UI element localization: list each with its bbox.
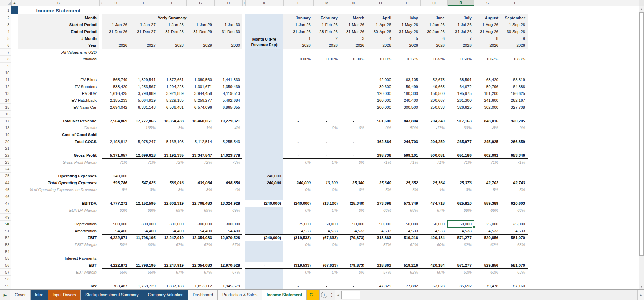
cell-G57[interactable]: 67% bbox=[186, 269, 214, 276]
cell-I15[interactable] bbox=[242, 104, 245, 111]
cell-H55[interactable]: - bbox=[214, 255, 242, 262]
cell-G3[interactable]: 1-Jan-29 bbox=[186, 21, 214, 28]
cell-P5[interactable]: 5 bbox=[394, 35, 420, 42]
cell-L18[interactable] bbox=[283, 124, 313, 131]
cell-O3[interactable]: 1-Apr-26 bbox=[367, 21, 394, 28]
cell-O47[interactable]: 373,396 bbox=[367, 200, 394, 207]
row-header-10[interactable]: 10 bbox=[0, 69, 11, 76]
cell-D56[interactable]: 4,222,871 bbox=[102, 262, 130, 269]
row-header-5[interactable]: 5 bbox=[0, 35, 11, 42]
cell-S11[interactable]: 63,420 bbox=[474, 76, 501, 83]
cell-M9[interactable] bbox=[313, 63, 340, 69]
cell-E59[interactable]: 1,769,729 bbox=[130, 282, 158, 289]
cell-M58[interactable] bbox=[313, 276, 340, 282]
cell-P18[interactable]: 50% bbox=[394, 124, 420, 131]
cell-H24[interactable] bbox=[214, 166, 242, 173]
cell-F23[interactable]: 72% bbox=[158, 159, 186, 166]
cell-A16[interactable] bbox=[11, 111, 18, 118]
cell-S8[interactable]: 0.67% bbox=[474, 56, 501, 63]
row-header-13[interactable]: 13 bbox=[0, 90, 11, 97]
cell-P25[interactable] bbox=[394, 173, 420, 179]
cell-S10[interactable] bbox=[474, 69, 501, 76]
col-header-D[interactable]: D bbox=[102, 0, 130, 6]
cell-H15[interactable]: 6,865,855 bbox=[214, 104, 242, 111]
cell-S12[interactable]: 59,796 bbox=[474, 83, 501, 90]
cell-E14[interactable]: 5,064,919 bbox=[130, 97, 158, 104]
cell-G12[interactable]: 1,301,671 bbox=[186, 83, 214, 90]
col-header-B[interactable]: B bbox=[18, 0, 100, 6]
cell-M5[interactable]: 2 bbox=[313, 35, 340, 42]
cell-F13[interactable]: 3,921,889 bbox=[158, 90, 186, 97]
cell-R9[interactable] bbox=[447, 63, 474, 69]
cell-F11[interactable]: 1,372,661 bbox=[158, 76, 186, 83]
cell-B7[interactable]: All Values is in USD bbox=[18, 49, 99, 56]
cell-S48[interactable]: 66% bbox=[474, 207, 501, 214]
cell-O14[interactable]: 160,000 bbox=[367, 97, 394, 104]
cell-S23[interactable]: 71% bbox=[474, 159, 501, 166]
cell-M24[interactable] bbox=[313, 166, 340, 173]
cell-F14[interactable]: 5,229,185 bbox=[158, 97, 186, 104]
cell-P12[interactable]: 59,499 bbox=[394, 83, 420, 90]
cell-P55[interactable]: - bbox=[394, 255, 420, 262]
cell-P3[interactable]: 1-May-26 bbox=[394, 21, 420, 28]
col-header-L[interactable]: L bbox=[284, 0, 314, 6]
cell-Q16[interactable] bbox=[420, 111, 447, 118]
cell-H47[interactable]: 13,324,928 bbox=[214, 200, 242, 207]
cell-K11[interactable] bbox=[245, 76, 283, 83]
cell-H6[interactable]: 2030 bbox=[214, 42, 242, 49]
cell-M15[interactable]: - bbox=[313, 104, 340, 111]
cell-L8[interactable]: 0.00% bbox=[283, 56, 313, 63]
cell-T15[interactable]: 327,708 bbox=[501, 104, 528, 111]
cell-S44[interactable]: 42,702 bbox=[474, 179, 501, 186]
cell-T20[interactable]: 266,859 bbox=[501, 138, 528, 145]
col-header-G[interactable]: G bbox=[187, 0, 215, 6]
cell-N58[interactable] bbox=[340, 276, 367, 282]
cell-T1[interactable] bbox=[501, 6, 528, 14]
cell-T57[interactable]: 63% bbox=[501, 269, 528, 276]
cell-I22[interactable] bbox=[242, 152, 245, 159]
cell-T48[interactable]: 66% bbox=[501, 207, 528, 214]
cell-H46[interactable] bbox=[214, 193, 242, 200]
cell-I1[interactable] bbox=[242, 6, 245, 14]
cell-O4[interactable]: 30-Apr-26 bbox=[367, 28, 394, 35]
row-header-24[interactable]: 24 bbox=[0, 166, 11, 173]
cell-B45[interactable]: % of Operating Expenses on Revenue bbox=[18, 186, 99, 193]
cell-C7[interactable] bbox=[99, 49, 102, 56]
cell-E7[interactable] bbox=[130, 49, 158, 56]
hscroll-left-icon[interactable]: ◀ bbox=[335, 290, 341, 300]
cell-B13[interactable]: EV SUV bbox=[18, 90, 99, 97]
cell-M46[interactable] bbox=[313, 193, 340, 200]
cell-F48[interactable]: 69% bbox=[158, 207, 186, 214]
cell-H20[interactable]: 5,255,543 bbox=[214, 138, 242, 145]
cell-B53[interactable]: EBIT Margin bbox=[18, 241, 99, 248]
cell-G19[interactable] bbox=[186, 131, 214, 138]
cell-N24[interactable] bbox=[340, 166, 367, 173]
cell-R46[interactable] bbox=[447, 193, 474, 200]
cell-S51[interactable]: 4,533 bbox=[474, 227, 501, 234]
cell-T8[interactable]: 0.83% bbox=[501, 56, 528, 63]
cell-Q3[interactable]: 1-Jun-26 bbox=[420, 21, 447, 28]
cell-D18[interactable] bbox=[102, 124, 130, 131]
cell-F51[interactable]: 54,400 bbox=[158, 227, 186, 234]
cell-H11[interactable]: 1,441,830 bbox=[214, 76, 242, 83]
cell-G59[interactable]: 1,853,112 bbox=[186, 282, 214, 289]
cell-T53[interactable]: 63% bbox=[501, 241, 528, 248]
cell-O20[interactable]: 162,864 bbox=[367, 138, 394, 145]
cell-K22[interactable] bbox=[245, 152, 283, 159]
cell-A58[interactable] bbox=[11, 276, 18, 282]
cell-D6[interactable]: 2026 bbox=[102, 42, 130, 49]
fill-handle[interactable] bbox=[472, 226, 475, 229]
cell-B57[interactable]: EBT Margin bbox=[18, 269, 99, 276]
cell-Q24[interactable] bbox=[420, 166, 447, 173]
cell-I44[interactable] bbox=[242, 179, 245, 186]
cell-B2[interactable]: Month bbox=[18, 14, 99, 21]
cell-M23[interactable]: 0% bbox=[313, 159, 340, 166]
cell-I7[interactable] bbox=[242, 49, 245, 56]
cell-K16[interactable] bbox=[245, 111, 283, 118]
cell-F15[interactable]: 6,536,481 bbox=[158, 104, 186, 111]
cell-F6[interactable]: 2028 bbox=[158, 42, 186, 49]
cell-K44[interactable]: 240,000 bbox=[245, 179, 283, 186]
cell-B9[interactable] bbox=[18, 63, 99, 69]
cell-H13[interactable]: 4,119,513 bbox=[214, 90, 242, 97]
cell-O50[interactable]: 50,000 bbox=[367, 221, 394, 227]
